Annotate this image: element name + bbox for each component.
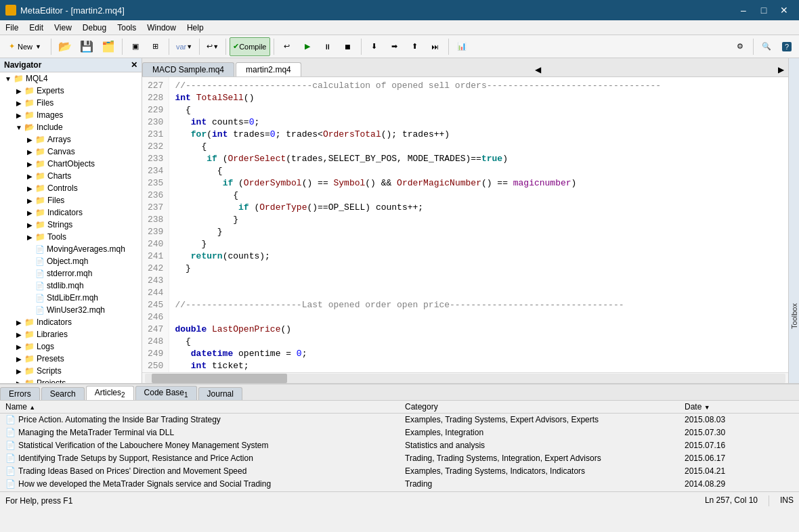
tree-item-controls[interactable]: ▶ 📁 Controls (0, 182, 142, 194)
tree-toggle-chartobjects[interactable]: ▶ (24, 158, 35, 169)
table-row[interactable]: 📄Identifying Trade Setups by Support, Re… (0, 452, 799, 465)
tree-toggle-indicators-sub[interactable]: ▶ (24, 207, 35, 218)
menu-file[interactable]: File (0, 20, 24, 35)
tree-item-winuser32[interactable]: ▶ 📄 WinUser32.mqh (0, 304, 142, 316)
code-editor[interactable]: 227228229230231 232233234235236 23723823… (142, 77, 788, 372)
tree-item-stderror[interactable]: ▶ 📄 stderror.mqh (0, 267, 142, 280)
stop-button[interactable]: ⏹ (339, 37, 358, 56)
tree-toggle-indicators[interactable]: ▶ (14, 317, 24, 328)
tree-toggle-logs[interactable]: ▶ (14, 341, 24, 352)
tree-item-experts[interactable]: ▶ 📁 Experts (0, 85, 142, 97)
tree-item-arrays[interactable]: ▶ 📁 Arrays (0, 133, 142, 146)
menu-help[interactable]: Help (181, 20, 209, 35)
tree-item-stdlib[interactable]: ▶ 📄 stdlib.mqh (0, 280, 142, 292)
pause-button[interactable]: ⏸ (318, 37, 337, 56)
start-button[interactable]: ▶ (298, 37, 317, 56)
save-button[interactable]: 💾 (77, 37, 97, 56)
step-over-button[interactable]: ➡ (385, 37, 404, 56)
tree-item-libraries[interactable]: ▶ 📁 Libraries (0, 328, 142, 340)
tree-item-canvas[interactable]: ▶ 📁 Canvas (0, 146, 142, 158)
table-row[interactable]: 📄How we developed the MetaTrader Signals… (0, 478, 799, 491)
menu-edit[interactable]: Edit (24, 20, 49, 35)
tree-item-indicators[interactable]: ▶ 📁 Indicators (0, 316, 142, 328)
tree-item-presets[interactable]: ▶ 📁 Presets (0, 353, 142, 365)
tree-toggle-charts[interactable]: ▶ (24, 171, 35, 181)
tree-item-chartobjects[interactable]: ▶ 📁 ChartObjects (0, 158, 142, 170)
tree-toggle-presets[interactable]: ▶ (14, 353, 24, 364)
search-button[interactable]: 🔍 (757, 37, 776, 56)
table-row[interactable]: 📄Trading Ideas Based on Prices' Directio… (0, 465, 799, 478)
btab-journal[interactable]: Journal (198, 387, 242, 400)
hscroll-track[interactable] (145, 374, 785, 383)
step-out-button[interactable]: ⬆ (406, 37, 425, 56)
tree-toggle-files2[interactable]: ▶ (24, 195, 35, 206)
close-button[interactable]: ✕ (775, 3, 794, 18)
run-to-button[interactable]: ⏭ (426, 37, 445, 56)
minimize-button[interactable]: – (734, 3, 753, 18)
tree-toggle-images[interactable]: ▶ (14, 110, 24, 120)
tree-toggle-strings[interactable]: ▶ (24, 219, 35, 230)
tree-toggle-files1[interactable]: ▶ (14, 97, 24, 108)
toolbox-label[interactable]: Toolbox (790, 303, 798, 329)
tree-item-tools-sub[interactable]: ▶ 📁 Tools (0, 231, 142, 243)
navigator-close-icon[interactable]: ✕ (131, 60, 137, 70)
save-all-button[interactable]: 🗂️ (98, 37, 118, 56)
tree-toggle-controls[interactable]: ▶ (24, 183, 35, 194)
tree-item-images[interactable]: ▶ 📁 Images (0, 109, 142, 121)
new-button[interactable]: ✦ New ▼ (3, 37, 47, 56)
tree-item-projects[interactable]: ▶ 📁 Projects (0, 377, 142, 383)
view-normal-button[interactable]: ▣ (126, 37, 145, 56)
chart-button[interactable]: 📊 (452, 37, 471, 56)
undo-button[interactable]: ↩ (278, 37, 297, 56)
compile-button[interactable]: ✔ Compile (230, 37, 269, 56)
tree-root-mql4[interactable]: ▼ 📁 MQL4 (0, 72, 142, 85)
tree-toggle-libraries[interactable]: ▶ (14, 329, 24, 340)
tree-item-files2[interactable]: ▶ 📁 Files (0, 194, 142, 206)
tree-toggle-tools-sub[interactable]: ▶ (24, 231, 35, 242)
hscroll-thumb[interactable] (152, 374, 287, 383)
tree-item-strings[interactable]: ▶ 📁 Strings (0, 219, 142, 231)
tree-toggle-include[interactable]: ▼ (14, 122, 24, 133)
tree-toggle-canvas[interactable]: ▶ (24, 146, 35, 157)
tree-item-stdliberr[interactable]: ▶ 📄 StdLibErr.mqh (0, 292, 142, 304)
btab-articles[interactable]: Articles2 (86, 386, 134, 400)
tab-martin2[interactable]: martin2.mq4 (236, 62, 301, 76)
view-split-button[interactable]: ⊞ (146, 37, 165, 56)
btab-codebase[interactable]: Code Base1 (135, 386, 197, 400)
btab-errors[interactable]: Errors (0, 387, 40, 400)
tree-item-charts[interactable]: ▶ 📁 Charts (0, 170, 142, 182)
tab-scroll-left[interactable]: ◀ (531, 63, 545, 76)
tab-scroll-right[interactable]: ▶ (774, 63, 788, 76)
menu-view[interactable]: View (49, 20, 77, 35)
tree-toggle-mql4[interactable]: ▼ (3, 73, 14, 84)
step-into-button[interactable]: ⬇ (365, 37, 384, 56)
tab-macd[interactable]: MACD Sample.mq4 (142, 62, 234, 76)
menu-window[interactable]: Window (142, 20, 181, 35)
tree-toggle-experts[interactable]: ▶ (14, 85, 24, 96)
tree-item-include[interactable]: ▼ 📂 Include (0, 121, 142, 133)
open-button[interactable]: 📂 (55, 37, 75, 56)
maximize-button[interactable]: □ (754, 3, 773, 18)
tree-item-files1[interactable]: ▶ 📁 Files (0, 97, 142, 109)
tree-toggle-arrays[interactable]: ▶ (24, 134, 35, 145)
menu-tools[interactable]: Tools (112, 20, 142, 35)
col-name[interactable]: Name ▲ (0, 401, 400, 414)
settings-button[interactable]: ⚙ (731, 37, 750, 56)
btab-search[interactable]: Search (41, 387, 85, 400)
col-date[interactable]: Date ▼ (679, 401, 799, 414)
help-button[interactable]: ? (777, 37, 796, 56)
table-row[interactable]: 📄Managing the MetaTrader Terminal via DL… (0, 426, 799, 439)
properties-button[interactable]: var ▼ (173, 37, 196, 56)
tree-item-logs[interactable]: ▶ 📁 Logs (0, 340, 142, 353)
horizontal-scrollbar[interactable] (142, 372, 788, 383)
tree-item-scripts[interactable]: ▶ 📁 Scripts (0, 365, 142, 377)
tree-item-indicators-sub[interactable]: ▶ 📁 Indicators (0, 206, 142, 219)
tree-toggle-scripts[interactable]: ▶ (14, 365, 24, 376)
tree-item-object[interactable]: ▶ 📄 Object.mqh (0, 255, 142, 267)
tree-item-movingavg[interactable]: ▶ 📄 MovingAverages.mqh (0, 243, 142, 255)
table-row[interactable]: 📄Price Action. Automating the Inside Bar… (0, 414, 799, 426)
tree-toggle-projects[interactable]: ▶ (14, 378, 24, 383)
step-back-button[interactable]: ↩ ▼ (203, 37, 222, 56)
table-row[interactable]: 📄Statistical Verification of the Labouch… (0, 439, 799, 452)
code-lines[interactable]: //------------------------calculation of… (169, 77, 788, 372)
